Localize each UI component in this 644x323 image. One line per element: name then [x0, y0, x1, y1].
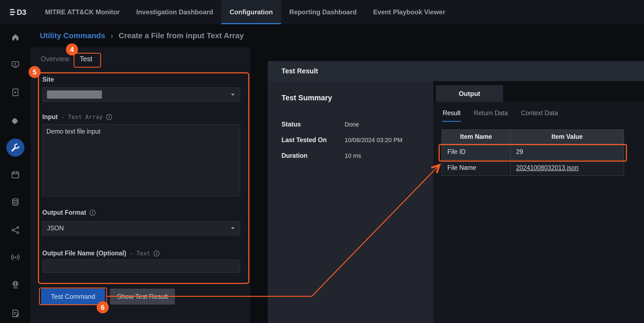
breadcrumb: Utility Commands › Create a File from in…	[40, 24, 244, 47]
result-table: Item Name Item Value File ID 29 File Nam…	[442, 129, 624, 176]
info-icon[interactable]	[106, 114, 112, 120]
d3-logo: D3	[9, 7, 27, 17]
sidebar-item-schedule[interactable]	[11, 170, 20, 180]
nav-tab-investigation-dashboard[interactable]: Investigation Dashboard	[128, 0, 221, 24]
subtab-context-data[interactable]: Context Data	[520, 109, 558, 122]
output-subtabs: Result Return Data Context Data	[433, 102, 644, 122]
sidebar-item-home[interactable]	[11, 32, 20, 42]
sidebar-item-utility-commands[interactable]	[6, 139, 24, 157]
site-selected-value-redacted	[47, 90, 102, 99]
file-id-value: 29	[511, 144, 624, 160]
input-label: Input - Text Array	[42, 113, 112, 121]
media-play-icon	[11, 88, 20, 97]
sidebar-item-playbooks[interactable]	[11, 60, 20, 69]
output-section: Output Result Return Data Context Data I…	[433, 81, 644, 323]
summary-row-status: Status Done	[281, 117, 433, 132]
table-row-file-id: File ID 29	[442, 144, 624, 160]
table-row-file-name: File Name 20241008032013.json	[442, 160, 624, 176]
tab-test[interactable]: Test	[79, 52, 93, 68]
output-format-value: JSON	[47, 225, 64, 232]
sidebar-item-geo[interactable]	[11, 280, 20, 289]
database-icon	[11, 197, 20, 207]
wrench-icon	[10, 142, 21, 153]
subtab-return-data[interactable]: Return Data	[473, 109, 508, 122]
home-icon	[11, 32, 20, 42]
input-type-hint: - Text Array	[61, 114, 103, 120]
info-icon[interactable]	[154, 250, 160, 256]
info-icon[interactable]	[90, 210, 96, 216]
duration-value: 10 ms	[345, 152, 361, 159]
col-header-item-value: Item Value	[511, 130, 624, 144]
monitor-play-icon	[11, 60, 20, 69]
top-nav-tabs: MITRE ATT&CK Monitor Investigation Dashb…	[37, 0, 453, 24]
puzzle-icon	[11, 115, 20, 125]
sidebar-item-media[interactable]	[11, 88, 20, 97]
input-textarea[interactable]: Demo text file input	[42, 124, 240, 196]
svg-text:D3: D3	[17, 8, 26, 16]
subtab-result[interactable]: Result	[442, 109, 461, 122]
d3-logo-icon: D3	[9, 7, 27, 17]
sidebar-item-data[interactable]	[11, 197, 20, 207]
nav-tab-event-playbook-viewer[interactable]: Event Playbook Viewer	[365, 0, 453, 24]
globe-icon	[11, 280, 20, 289]
command-tabs: Overview Test	[40, 52, 93, 68]
nav-tab-configuration[interactable]: Configuration	[221, 0, 281, 24]
top-nav: D3 MITRE ATT&CK Monitor Investigation Da…	[0, 0, 644, 24]
site-label: Site	[42, 76, 54, 83]
sidebar-item-broadcast[interactable]	[11, 253, 20, 262]
tab-overview[interactable]: Overview	[40, 52, 70, 68]
test-command-button[interactable]: Test Command	[41, 289, 105, 305]
site-dropdown[interactable]	[42, 87, 240, 102]
output-format-dropdown[interactable]: JSON	[42, 221, 240, 235]
output-file-name-type-hint: - Text	[129, 250, 150, 257]
output-format-label: Output Format	[42, 209, 96, 216]
sidebar-item-integrations[interactable]	[11, 115, 20, 125]
broadcast-icon	[11, 253, 20, 262]
command-test-panel: Overview Test Site Input - Text Array De…	[31, 47, 250, 323]
sidebar-item-audit[interactable]	[11, 309, 20, 318]
sidebar-item-connections[interactable]	[11, 225, 20, 235]
status-value: Done	[345, 121, 359, 128]
test-result-header: Test Result	[268, 61, 644, 81]
tab-output[interactable]: Output	[436, 85, 503, 102]
active-icon-circle	[6, 139, 24, 157]
test-summary: Test Summary Status Done Last Tested On …	[268, 81, 433, 323]
test-result-panel: Test Result Test Summary Status Done Las…	[268, 61, 644, 323]
test-summary-title: Test Summary	[281, 94, 433, 102]
output-file-name-label: Output File Name (Optional) - Text	[42, 250, 160, 257]
sidebar	[0, 25, 31, 323]
d3-soar-app: D3 MITRE ATT&CK Monitor Investigation Da…	[0, 0, 644, 323]
breadcrumb-separator: ›	[111, 32, 113, 40]
share-nodes-icon	[11, 225, 20, 235]
show-test-result-button[interactable]: Show Test Result	[110, 289, 175, 305]
page-title: Create a File from input Text Array	[119, 31, 244, 40]
breadcrumb-parent-link[interactable]: Utility Commands	[40, 31, 105, 40]
summary-row-last-tested: Last Tested On 10/08/2024 03:20 PM	[281, 132, 433, 148]
file-name-link[interactable]: 20241008032013.json	[516, 164, 579, 171]
summary-row-duration: Duration 10 ms	[281, 148, 433, 164]
nav-tab-reporting-dashboard[interactable]: Reporting Dashboard	[281, 0, 365, 24]
col-header-item-name: Item Name	[442, 130, 511, 144]
nav-tab-mitre-attack-monitor[interactable]: MITRE ATT&CK Monitor	[37, 0, 128, 24]
calendar-icon	[11, 170, 20, 180]
last-tested-value: 10/08/2024 03:20 PM	[345, 137, 402, 144]
output-file-name-input[interactable]	[42, 259, 240, 273]
test-actions: Test Command Show Test Result	[41, 289, 175, 305]
edit-document-icon	[11, 309, 20, 318]
